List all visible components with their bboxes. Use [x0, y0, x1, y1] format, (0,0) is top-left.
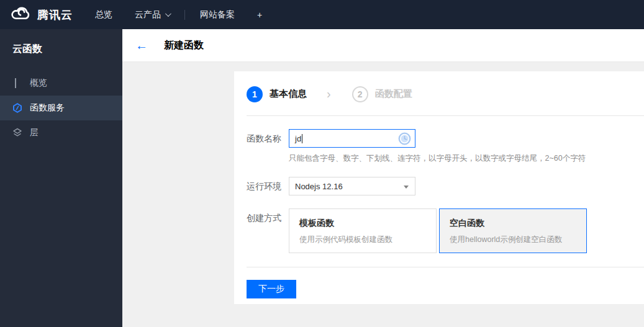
add-product-tab-button[interactable]: +: [246, 0, 273, 29]
step-chevron-icon: ›: [327, 87, 331, 100]
step-label: 基本信息: [270, 88, 307, 100]
creation-method-label: 创建方式: [247, 208, 288, 253]
function-name-hint: 只能包含字母、数字、下划线、连字符，以字母开头，以数字或字母结尾，2~60个字符: [289, 153, 586, 164]
function-name-input[interactable]: jd: [289, 129, 415, 148]
next-step-button[interactable]: 下一步: [247, 280, 296, 298]
step-label: 函数配置: [375, 88, 412, 100]
option-blank-function[interactable]: 空白函数 使用helloworld示例创建空白函数: [439, 208, 587, 253]
runtime-label: 运行环境: [247, 177, 288, 195]
runtime-row: 运行环境 Nodejs 12.16: [247, 177, 644, 195]
page-header: ← 新建函数: [122, 29, 644, 62]
option-title: 模板函数: [299, 218, 426, 229]
sidebar-item-label: 层: [30, 127, 39, 138]
function-name-label: 函数名称: [247, 129, 288, 164]
function-name-row: 函数名称 jd: [247, 129, 644, 164]
creation-method-row: 创建方式 模板函数 使用示例代码模板创建函数 空白函数 使用helloworld…: [247, 208, 644, 253]
runtime-selected-value: Nodejs 12.16: [295, 182, 343, 191]
layers-icon: [12, 128, 22, 138]
form-actions: 下一步: [234, 267, 644, 298]
back-button[interactable]: ←: [135, 39, 148, 52]
function-service-icon: [12, 103, 22, 113]
brand-home-link[interactable]: 腾讯云: [0, 6, 84, 24]
create-function-card: 1 基本信息 › 2 函数配置 函数名称 jd: [234, 71, 644, 304]
wizard-steps: 1 基本信息 › 2 函数配置: [234, 71, 644, 102]
tencent-cloud-logo-icon: [10, 6, 31, 24]
runtime-select[interactable]: Nodejs 12.16: [289, 177, 415, 195]
step-number-badge: 2: [352, 86, 368, 102]
sidebar-item-overview[interactable]: 概览: [0, 71, 122, 96]
step-number-badge: 1: [247, 86, 263, 102]
content-area: 1 基本信息 › 2 函数配置 函数名称 jd: [122, 62, 644, 327]
nav-cloud-products[interactable]: 云产品: [124, 0, 181, 29]
clock-pending-icon: [398, 132, 411, 148]
sidebar-menu: 概览 函数服务 层: [0, 71, 122, 145]
select-caret-icon: [404, 186, 409, 189]
option-title: 空白函数: [450, 218, 576, 229]
top-navigation: 总览 云产品 网站备案 +: [84, 0, 273, 29]
grid-icon: [12, 78, 22, 88]
creation-method-options: 模板函数 使用示例代码模板创建函数 空白函数 使用helloworld示例创建空…: [289, 208, 589, 253]
sidebar-item-layers[interactable]: 层: [0, 120, 122, 145]
topbar: 腾讯云 总览 云产品 网站备案 +: [0, 0, 644, 29]
option-description: 使用helloworld示例创建空白函数: [450, 235, 576, 245]
function-name-value: jd: [295, 134, 301, 143]
nav-icp-filing[interactable]: 网站备案: [189, 0, 246, 29]
tencent-cloud-console: 腾讯云 总览 云产品 网站备案 + 云函数 概览: [0, 0, 644, 327]
text-caret: [302, 134, 302, 143]
nav-cloud-products-label: 云产品: [135, 9, 161, 20]
sidebar-item-label: 函数服务: [30, 102, 65, 114]
option-description: 使用示例代码模板创建函数: [299, 235, 426, 245]
chevron-down-icon: [165, 11, 171, 17]
sidebar: 云函数 概览 函数服务: [0, 29, 122, 327]
nav-overview-label: 总览: [95, 9, 112, 20]
step-function-config: 2 函数配置: [352, 86, 412, 102]
page-title: 新建函数: [164, 39, 204, 52]
nav-icp-filing-label: 网站备案: [200, 9, 235, 20]
sidebar-title: 云函数: [0, 29, 122, 71]
nav-overview[interactable]: 总览: [84, 0, 124, 29]
sidebar-item-function-service[interactable]: 函数服务: [0, 96, 122, 120]
nav-divider: [184, 10, 185, 20]
sidebar-item-label: 概览: [30, 78, 47, 89]
step-basic-info: 1 基本信息: [247, 86, 307, 102]
brand-name: 腾讯云: [37, 7, 73, 22]
plus-icon: +: [257, 10, 262, 20]
basic-info-form: 函数名称 jd: [234, 116, 644, 253]
option-template-function[interactable]: 模板函数 使用示例代码模板创建函数: [289, 208, 437, 253]
